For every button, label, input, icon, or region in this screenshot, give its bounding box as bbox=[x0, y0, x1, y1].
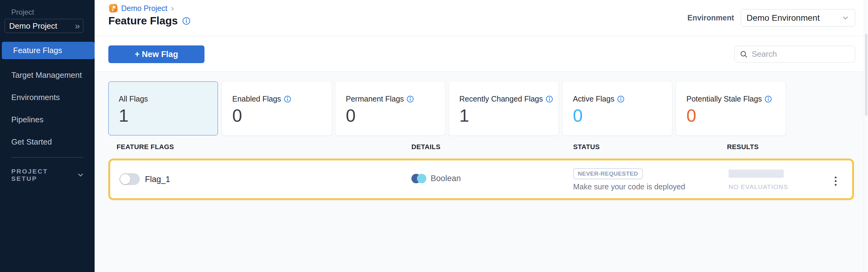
stat-card-label: Permanent Flags bbox=[346, 95, 404, 103]
sidebar-nav: Feature Flags Target Management Environm… bbox=[0, 42, 95, 153]
sidebar-divider bbox=[11, 157, 83, 158]
flag-details-cell: Boolean bbox=[411, 174, 461, 183]
environment-value: Demo Environment bbox=[747, 13, 841, 23]
feature-flags-app: Project Demo Project » Feature Flags Tar… bbox=[0, 0, 868, 272]
info-icon[interactable] bbox=[617, 96, 624, 103]
info-icon[interactable] bbox=[284, 96, 291, 103]
stat-card-active-flags[interactable]: Active Flags 0 bbox=[562, 81, 672, 135]
stat-card-value: 1 bbox=[459, 106, 558, 125]
chevron-down-icon bbox=[76, 171, 85, 179]
stat-card-value: 0 bbox=[346, 106, 445, 125]
project-label: Project bbox=[11, 8, 34, 16]
stat-card-all-flags[interactable]: All Flags 1 bbox=[108, 81, 218, 135]
sidebar-item-pipelines[interactable]: Pipelines bbox=[0, 108, 95, 131]
column-header-feature-flags: FEATURE FLAGS bbox=[117, 143, 174, 151]
stat-card-value: 1 bbox=[119, 106, 218, 125]
column-header-details: DETAILS bbox=[411, 143, 440, 151]
page-header: Demo Project › Feature Flags Environment… bbox=[95, 0, 868, 36]
chevron-right-icon: › bbox=[171, 4, 174, 12]
stat-card-value: 0 bbox=[232, 106, 331, 125]
chevron-down-icon bbox=[841, 14, 849, 22]
feature-flag-logo-icon bbox=[108, 3, 118, 13]
stat-card-recently-changed-flags[interactable]: Recently Changed Flags 1 bbox=[449, 81, 559, 135]
stat-card-label: Active Flags bbox=[573, 95, 614, 103]
evaluations-bar bbox=[728, 170, 784, 178]
info-icon[interactable] bbox=[546, 96, 553, 103]
project-selector-value: Demo Project bbox=[9, 21, 75, 31]
project-selector[interactable]: Demo Project » bbox=[5, 19, 83, 33]
sidebar-item-get-started[interactable]: Get Started bbox=[0, 131, 95, 153]
stat-card-value: 0 bbox=[573, 106, 672, 125]
status-message: Make sure your code is deployed bbox=[573, 182, 685, 191]
stat-card-label: Recently Changed Flags bbox=[459, 95, 543, 103]
project-sidebar: Project Demo Project » Feature Flags Tar… bbox=[0, 0, 95, 272]
toolbar: + New Flag bbox=[95, 36, 868, 72]
breadcrumb-project-link[interactable]: Demo Project bbox=[121, 4, 167, 13]
info-icon[interactable] bbox=[182, 17, 190, 25]
flag-type-label: Boolean bbox=[431, 174, 461, 183]
search-input[interactable] bbox=[752, 49, 854, 59]
breadcrumb: Demo Project › bbox=[108, 3, 174, 13]
main-area: Demo Project › Feature Flags Environment… bbox=[95, 0, 868, 272]
flag-status-cell: NEVER-REQUESTED Make sure your code is d… bbox=[573, 168, 685, 191]
stat-card-label: Enabled Flags bbox=[232, 95, 281, 103]
stat-card-label: All Flags bbox=[119, 95, 148, 103]
info-icon[interactable] bbox=[765, 96, 772, 103]
project-setup-label: PROJECT SETUP bbox=[11, 168, 76, 182]
sidebar-section-project-setup[interactable]: PROJECT SETUP bbox=[11, 168, 85, 182]
sidebar-item-label: Environments bbox=[11, 93, 60, 102]
sidebar-item-target-management[interactable]: Target Management bbox=[0, 64, 95, 86]
toggle-knob bbox=[120, 174, 131, 184]
flag-row[interactable]: Flag_1 Boolean NEVER-REQUESTED Make sure… bbox=[108, 159, 854, 200]
flag-toggle[interactable] bbox=[119, 173, 140, 185]
stat-card-enabled-flags[interactable]: Enabled Flags 0 bbox=[222, 81, 332, 135]
sidebar-item-feature-flags[interactable]: Feature Flags bbox=[2, 42, 95, 59]
sidebar-item-label: Feature Flags bbox=[13, 46, 62, 55]
stat-card-value: 0 bbox=[686, 106, 785, 125]
flag-results-cell: NO EVALUATIONS bbox=[728, 170, 788, 191]
environment-select[interactable]: Demo Environment bbox=[741, 9, 855, 27]
scrollbar[interactable] bbox=[864, 0, 868, 272]
sidebar-item-environments[interactable]: Environments bbox=[0, 86, 95, 108]
stat-card-permanent-flags[interactable]: Permanent Flags 0 bbox=[335, 81, 445, 135]
search-icon bbox=[740, 50, 748, 59]
flag-name: Flag_1 bbox=[145, 175, 170, 184]
stat-cards: All Flags 1 Enabled Flags 0 Permanent Fl… bbox=[108, 81, 785, 135]
table-header: FEATURE FLAGS DETAILS STATUS RESULTS bbox=[95, 143, 868, 152]
column-header-status: STATUS bbox=[573, 143, 600, 151]
evaluations-caption: NO EVALUATIONS bbox=[728, 183, 788, 191]
new-flag-button[interactable]: + New Flag bbox=[108, 45, 205, 63]
chevron-double-right-icon: » bbox=[75, 21, 79, 31]
sidebar-item-label: Target Management bbox=[11, 70, 82, 80]
scrollbar-thumb[interactable] bbox=[865, 34, 867, 116]
search-box[interactable] bbox=[734, 46, 855, 63]
content-area: All Flags 1 Enabled Flags 0 Permanent Fl… bbox=[95, 72, 868, 272]
sidebar-item-label: Get Started bbox=[11, 137, 52, 147]
kebab-menu-icon[interactable] bbox=[830, 173, 842, 190]
stat-card-potentially-stale-flags[interactable]: Potentially Stale Flags 0 bbox=[676, 81, 785, 135]
environment-label: Environment bbox=[687, 13, 734, 22]
stat-card-label: Potentially Stale Flags bbox=[686, 95, 762, 103]
sidebar-item-label: Pipelines bbox=[11, 115, 44, 125]
status-badge: NEVER-REQUESTED bbox=[573, 168, 643, 179]
info-icon[interactable] bbox=[406, 96, 414, 103]
column-header-results: RESULTS bbox=[727, 143, 759, 151]
boolean-type-icon bbox=[411, 174, 426, 183]
page-title: Feature Flags bbox=[108, 14, 178, 27]
